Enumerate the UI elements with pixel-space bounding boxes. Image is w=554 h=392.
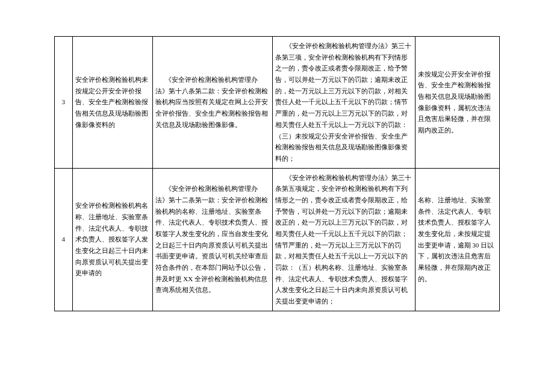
penalty-paragraph: 《安全评价检测检验机构管理办法》第三十条第五项规定，安全评价检测检验机构有下列情… (275, 172, 412, 307)
applicable-condition: 名称、注册地址、实验室条件、法定代表人、专职技术负责人、授权签字人发生变化后，未… (415, 168, 499, 311)
penalty-basis: 《安全评价检测检验机构管理办法》第三十条第五项规定，安全评价检测检验机构有下列情… (273, 168, 415, 311)
regulation-table: 3 安全评价检测检验机构未按规定公开安全评价报告、安全生产检测检验报告相关信息及… (54, 36, 500, 311)
applicable-condition: 未按规定公开安全评价报告、安全生产检测检验报告相关信息及现场勘验图像影像资料，属… (415, 37, 499, 169)
item-name: 安全评价检测检验机构未按规定公开安全评价报告、安全生产检测检验报告相关信息及现场… (72, 37, 152, 169)
legal-basis: 《安全评价检测检验机构管理办法》第十八条第二款：安全评价检测检验机构应当按照有关… (152, 37, 273, 169)
penalty-paragraph: 《安全评价检测检验机构管理办法》第三十条第三项，安全评价检测检验机构有下列情形之… (275, 40, 412, 164)
legal-basis: 《安全评价检测检验机构管理办法》第十二条第一款：安全评价检测检验机构的名称、注册… (152, 168, 273, 311)
penalty-basis: 《安全评价检测检验机构管理办法》第三十条第三项，安全评价检测检验机构有下列情形之… (273, 37, 415, 169)
row-number: 3 (55, 37, 73, 169)
basis-paragraph: 《安全评价检测检验机构管理办法》第十八条第二款：安全评价检测检验机构应当按照有关… (155, 74, 270, 130)
table-row: 4 安全评价检测检验机构名称、注册地址、实验室条件、法定代表人、专职技术负责人、… (55, 168, 500, 311)
item-name: 安全评价检测检验机构名称、注册地址、实验室条件、法定代表人、专职技术负责人、授权… (72, 168, 152, 311)
table-row: 3 安全评价检测检验机构未按规定公开安全评价报告、安全生产检测检验报告相关信息及… (55, 37, 500, 169)
row-number: 4 (55, 168, 73, 311)
basis-paragraph: 《安全评价检测检验机构管理办法》第十二条第一款：安全评价检测检验机构的名称、注册… (155, 183, 270, 296)
